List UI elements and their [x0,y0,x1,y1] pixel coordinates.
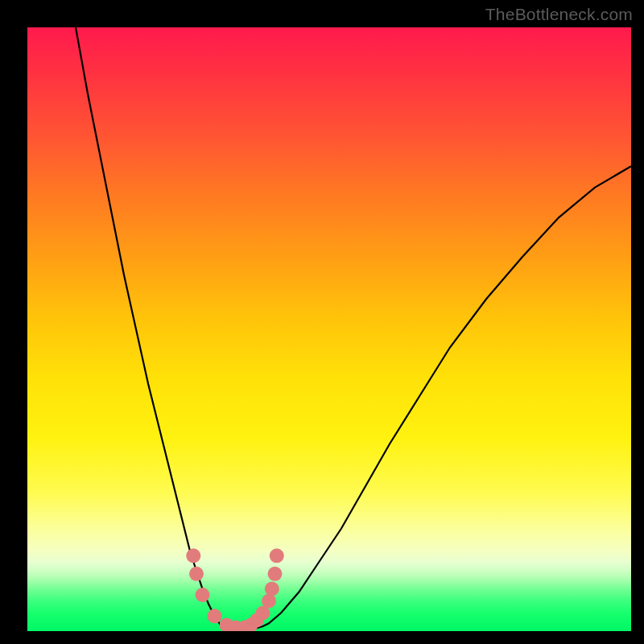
basin-markers [186,548,283,631]
basin-marker [265,582,279,597]
basin-marker [196,588,210,602]
watermark-text: TheBottleneck.com [485,5,633,24]
basin-marker [189,567,204,581]
basin-marker [208,609,222,623]
chart-frame: TheBottleneck.com [0,0,644,644]
basin-marker [270,548,284,563]
basin-marker [186,548,200,563]
curve-layer [27,27,631,631]
basin-marker [262,594,276,609]
plot-area [27,27,631,631]
basin-marker [268,567,283,581]
bottleneck-curve [76,27,631,630]
